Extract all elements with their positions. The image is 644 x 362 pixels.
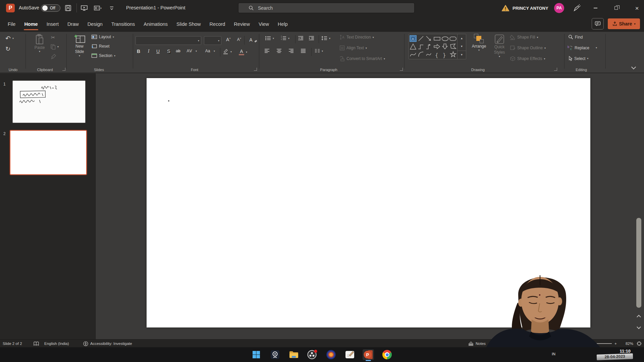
tab-review[interactable]: Review bbox=[229, 16, 254, 32]
reset-button[interactable]: Reset bbox=[91, 44, 109, 49]
zoom-level[interactable]: 82% bbox=[621, 340, 633, 348]
language-indicator[interactable]: English (India) bbox=[44, 340, 69, 348]
user-name[interactable]: PRINCY ANTONY bbox=[513, 6, 548, 11]
shape-effects-button[interactable]: Shape Effects▾ bbox=[510, 56, 545, 61]
camera-app-button[interactable] bbox=[269, 349, 281, 360]
shape-gallery[interactable]: A { } ▲ ▼ ▼ bbox=[409, 34, 466, 59]
character-spacing-button[interactable]: AV▾ bbox=[185, 49, 197, 53]
slide-2-thumbnail-selected[interactable] bbox=[10, 130, 87, 175]
tab-draw[interactable]: Draw bbox=[63, 16, 83, 32]
cut-button[interactable]: ✂ bbox=[51, 35, 55, 41]
spellcheck-button[interactable] bbox=[34, 340, 39, 348]
tab-animations[interactable]: Animations bbox=[139, 16, 172, 32]
powerpoint-taskbar-button[interactable]: P bbox=[363, 349, 374, 360]
layout-button[interactable]: Layout ▾ bbox=[91, 35, 114, 39]
collapse-ribbon-button[interactable] bbox=[631, 65, 636, 69]
align-center-button[interactable] bbox=[276, 49, 282, 53]
bold-button[interactable]: B bbox=[134, 49, 143, 54]
font-color-button[interactable]: A ▾ bbox=[239, 49, 247, 55]
start-button[interactable] bbox=[251, 349, 262, 360]
screen-recorder-badge[interactable] bbox=[629, 351, 638, 360]
copy-button[interactable]: ▾ bbox=[50, 44, 59, 50]
decrease-indent-button[interactable] bbox=[298, 36, 304, 41]
text-direction-button[interactable]: A Text Direction▾ bbox=[339, 35, 374, 40]
slide-1-thumbnail[interactable] bbox=[12, 80, 86, 123]
italic-button[interactable]: I bbox=[144, 49, 153, 54]
search-input[interactable] bbox=[258, 5, 399, 11]
decrease-font-size-button[interactable]: A˅ bbox=[235, 37, 244, 42]
save-button[interactable] bbox=[63, 3, 73, 13]
gallery-down-button[interactable]: ▼ bbox=[458, 42, 466, 50]
file-explorer-button[interactable] bbox=[288, 349, 300, 360]
align-left-button[interactable] bbox=[264, 49, 270, 53]
warning-icon[interactable] bbox=[501, 4, 510, 12]
increase-font-size-button[interactable]: A˄ bbox=[224, 37, 233, 42]
line-spacing-button[interactable]: ▾ bbox=[321, 36, 330, 41]
avatar[interactable]: PA bbox=[554, 3, 564, 13]
numbering-button[interactable]: ▾ bbox=[280, 36, 289, 41]
whiteboard-app-button[interactable] bbox=[344, 349, 356, 360]
tab-slideshow[interactable]: Slide Show bbox=[172, 16, 205, 32]
clear-formatting-button[interactable]: A bbox=[247, 37, 257, 43]
start-slideshow-button[interactable] bbox=[79, 3, 89, 13]
gallery-more-button[interactable]: ▼ bbox=[458, 51, 466, 59]
tab-design[interactable]: Design bbox=[83, 16, 107, 32]
tray-language-indicator[interactable]: IN bbox=[552, 352, 555, 356]
quick-styles-button[interactable]: Quick Styles ▾ bbox=[490, 34, 508, 58]
underline-button[interactable]: U bbox=[154, 49, 162, 54]
paragraph-dialog-launcher[interactable] bbox=[400, 68, 403, 71]
text-shadow-button[interactable]: S bbox=[164, 49, 173, 54]
view-gallery-button[interactable]: ▾ bbox=[91, 3, 105, 13]
tab-view[interactable]: View bbox=[254, 16, 273, 32]
arrange-button[interactable]: Arrange ▾ bbox=[469, 34, 489, 52]
comments-button[interactable] bbox=[592, 18, 604, 29]
shape-outline-button[interactable]: Shape Outline▾ bbox=[510, 45, 546, 51]
bullets-button[interactable]: ▾ bbox=[265, 36, 274, 41]
slide-indicator[interactable]: Slide 2 of 2 bbox=[3, 340, 22, 348]
tab-transitions[interactable]: Transitions bbox=[107, 16, 139, 32]
previous-slide-button[interactable] bbox=[637, 315, 641, 319]
increase-indent-button[interactable] bbox=[309, 36, 314, 41]
redo-button[interactable]: ↻ bbox=[5, 45, 10, 53]
accessibility-checker[interactable]: Accessibility: Investigate bbox=[83, 340, 132, 348]
drawing-dialog-launcher[interactable] bbox=[554, 68, 557, 71]
replace-button[interactable]: b c Replace ▾ bbox=[568, 45, 597, 50]
find-button[interactable]: Find bbox=[568, 35, 583, 40]
font-size-combobox[interactable]: ▾ bbox=[204, 36, 221, 45]
restore-button[interactable] bbox=[608, 0, 624, 16]
align-text-button[interactable]: Align Text▾ bbox=[339, 45, 367, 51]
share-button[interactable]: Share ▾ bbox=[608, 18, 640, 29]
tab-record[interactable]: Record bbox=[205, 16, 230, 32]
change-case-button[interactable]: Aa▾ bbox=[203, 49, 215, 53]
tray-clock[interactable]: 11:10 bbox=[612, 349, 631, 354]
undo-button[interactable]: ↶▾ bbox=[5, 35, 14, 42]
zoom-in-button[interactable]: + bbox=[614, 340, 617, 348]
tab-insert[interactable]: Insert bbox=[42, 16, 63, 32]
font-dialog-launcher[interactable] bbox=[254, 68, 257, 71]
paste-button[interactable]: Paste ▾ bbox=[31, 34, 48, 53]
convert-smartart-button[interactable]: Convert to SmartArt▾ bbox=[339, 56, 385, 61]
chrome-button[interactable] bbox=[381, 349, 393, 360]
strikethrough-button[interactable]: ab bbox=[174, 49, 182, 53]
new-slide-button[interactable]: New Slide ▾ bbox=[70, 34, 89, 57]
media-app-button[interactable] bbox=[325, 349, 337, 360]
ink-editor-icon[interactable] bbox=[572, 4, 581, 12]
format-painter-button[interactable] bbox=[51, 54, 57, 59]
next-slide-button[interactable] bbox=[637, 325, 641, 329]
clipboard-dialog-launcher[interactable] bbox=[62, 68, 65, 71]
select-button[interactable]: Select ▾ bbox=[568, 56, 588, 61]
align-right-button[interactable] bbox=[288, 49, 294, 53]
columns-button[interactable]: ▾ bbox=[315, 49, 323, 53]
search-box[interactable] bbox=[238, 3, 415, 13]
text-highlight-button[interactable]: ▾ bbox=[223, 49, 232, 55]
customize-quick-access-button[interactable] bbox=[107, 3, 117, 13]
close-button[interactable]: × bbox=[629, 0, 644, 16]
gallery-up-button[interactable]: ▲ bbox=[458, 34, 466, 42]
vertical-scrollbar[interactable] bbox=[636, 218, 641, 308]
minimize-button[interactable] bbox=[588, 0, 603, 16]
obs-studio-button[interactable] bbox=[307, 349, 318, 360]
fit-slide-button[interactable] bbox=[637, 340, 642, 348]
section-button[interactable]: Section ▾ bbox=[91, 53, 115, 58]
shape-fill-button[interactable]: Shape Fill▾ bbox=[510, 35, 538, 40]
tab-home[interactable]: Home bbox=[20, 16, 42, 32]
